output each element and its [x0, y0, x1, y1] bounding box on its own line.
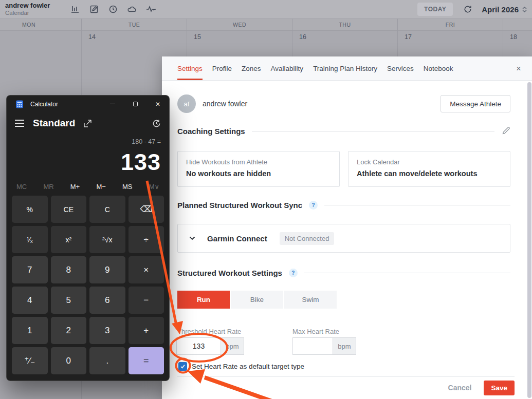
sport-tab-bike[interactable]: Bike: [231, 291, 283, 309]
key-8[interactable]: 8: [51, 256, 87, 283]
tab-availability[interactable]: Availability: [271, 56, 304, 80]
tab-settings[interactable]: Settings: [177, 56, 203, 80]
history-icon[interactable]: [152, 119, 161, 128]
sport-tab-swim[interactable]: Swim: [284, 291, 337, 309]
key-9[interactable]: 9: [89, 256, 125, 283]
memory-recall-button[interactable]: MR: [43, 183, 53, 191]
max-hr-group: bpm: [292, 337, 356, 355]
tab-profile[interactable]: Profile: [212, 56, 232, 80]
card-label: Hide Workouts from Athlete: [186, 158, 331, 166]
sport-tab-run[interactable]: Run: [177, 291, 230, 309]
calc-expression: 180 - 47 =: [15, 138, 161, 148]
key-0[interactable]: 0: [51, 347, 87, 374]
day-label: MON: [0, 18, 81, 31]
close-icon[interactable]: ×: [513, 64, 524, 74]
memory-store-button[interactable]: MS: [122, 183, 133, 191]
pulse-icon[interactable]: [145, 4, 157, 15]
threshold-hr-group: bpm: [176, 337, 244, 355]
memory-subtract-button[interactable]: M−: [96, 183, 105, 191]
day-label: [503, 18, 532, 31]
key-7[interactable]: 7: [12, 256, 48, 283]
panel-scrollbar[interactable]: [527, 82, 531, 398]
key-reciprocal[interactable]: ¹⁄ₓ: [12, 226, 48, 253]
tab-training-plan-history[interactable]: Training Plan History: [313, 56, 377, 80]
key-minus[interactable]: −: [129, 287, 164, 314]
header-toolbar: [69, 4, 157, 15]
today-button[interactable]: TODAY: [417, 3, 453, 16]
tab-zones[interactable]: Zones: [242, 56, 261, 80]
key-multiply[interactable]: ×: [129, 256, 164, 283]
chart-icon[interactable]: [69, 4, 81, 15]
window-title: Calculator: [30, 101, 58, 108]
heart-rate-default-checkbox[interactable]: [178, 362, 187, 371]
help-icon[interactable]: ?: [309, 201, 318, 210]
refresh-icon[interactable]: [462, 4, 473, 15]
month-selector[interactable]: April 2026: [482, 5, 519, 14]
chevron-down-icon[interactable]: [189, 235, 196, 242]
month-spinner-icon[interactable]: [522, 7, 527, 12]
memory-clear-button[interactable]: MC: [16, 183, 27, 191]
max-hr-input[interactable]: [292, 337, 333, 355]
user-name: andrew fowler: [5, 2, 50, 10]
memory-add-button[interactable]: M+: [70, 183, 80, 191]
screen: MON TUE 14 WED 15 THU 16 FRI 17 18 andre…: [0, 0, 532, 399]
tab-notebook[interactable]: Notebook: [424, 56, 453, 80]
day-date: 15: [194, 33, 201, 41]
lock-calendar-card: Lock Calendar Athlete can move/delete wo…: [348, 151, 510, 187]
divider: [252, 131, 494, 131]
cancel-button[interactable]: Cancel: [448, 384, 472, 392]
key-1[interactable]: 1: [12, 317, 48, 344]
key-decimal[interactable]: .: [89, 347, 125, 374]
day-date: 14: [88, 33, 96, 41]
minimize-icon[interactable]: [101, 96, 124, 112]
calc-result: 133: [15, 148, 161, 176]
key-clear[interactable]: C: [89, 196, 125, 223]
coaching-settings-header: Coaching Settings: [177, 125, 510, 137]
key-sqrt[interactable]: ²√x: [89, 226, 125, 253]
edit-pencil-icon[interactable]: [501, 126, 510, 136]
save-button[interactable]: Save: [484, 381, 515, 395]
close-icon[interactable]: ✕: [146, 96, 169, 112]
maximize-icon[interactable]: [124, 96, 146, 112]
day-label: THU: [292, 18, 397, 31]
key-5[interactable]: 5: [51, 287, 87, 314]
key-2[interactable]: 2: [51, 317, 87, 344]
key-6[interactable]: 6: [89, 287, 125, 314]
key-plus[interactable]: +: [129, 317, 164, 344]
key-percent[interactable]: %: [12, 196, 48, 223]
key-3[interactable]: 3: [89, 317, 125, 344]
key-clear-entry[interactable]: CE: [51, 196, 87, 223]
help-icon[interactable]: ?: [289, 269, 298, 277]
memory-flyout-button[interactable]: M∨: [149, 183, 159, 191]
max-hr-unit: bpm: [333, 337, 356, 355]
default-target-row: Set Heart Rate as default target type: [178, 362, 304, 371]
calculator-mode-label[interactable]: Standard: [33, 118, 75, 129]
day-label: TUE: [82, 18, 187, 31]
key-equals[interactable]: =: [129, 347, 164, 374]
calculator-titlebar[interactable]: Calculator ✕: [7, 96, 169, 112]
key-square[interactable]: x²: [51, 226, 87, 253]
tab-services[interactable]: Services: [387, 56, 414, 80]
calculator-app-icon: [15, 100, 24, 108]
hamburger-menu-icon[interactable]: [14, 119, 25, 127]
threshold-hr-input[interactable]: [176, 337, 221, 355]
max-hr-label: Max Heart Rate: [292, 328, 339, 335]
sport-tabs: Run Bike Swim: [177, 291, 337, 309]
calculator-keypad: % CE C ⌫ ¹⁄ₓ x² ²√x ÷ 7 8 9 × 4 5 6 − 1 …: [7, 191, 169, 381]
day-date: 17: [405, 33, 412, 41]
edit-icon[interactable]: [88, 4, 100, 15]
footer-divider: [177, 376, 515, 377]
day-date: 18: [510, 33, 517, 41]
card-label: Lock Calendar: [357, 158, 502, 166]
key-divide[interactable]: ÷: [129, 226, 164, 253]
keep-on-top-icon[interactable]: [83, 119, 92, 128]
athlete-name: andrew fowler: [203, 100, 247, 108]
key-backspace[interactable]: ⌫: [129, 196, 164, 223]
key-negate[interactable]: ⁺∕₋: [12, 347, 48, 374]
day-label: FRI: [398, 18, 503, 31]
clock-icon[interactable]: [107, 4, 119, 15]
weather-icon[interactable]: [126, 4, 138, 15]
message-athlete-button[interactable]: Message Athlete: [441, 95, 510, 112]
key-4[interactable]: 4: [12, 287, 48, 314]
garmin-connect-row[interactable]: Garmin Connect Not Connected: [177, 224, 510, 253]
